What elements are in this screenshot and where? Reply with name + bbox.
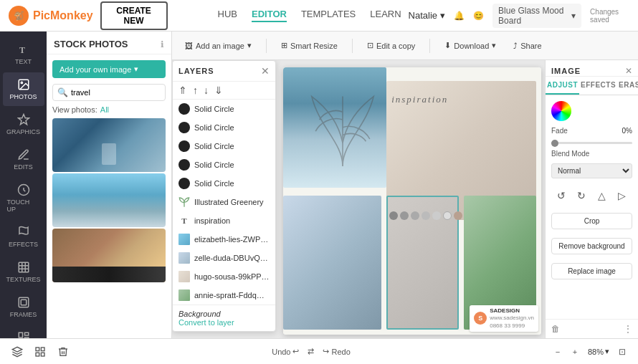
more-options-icon[interactable]: ⋮ bbox=[624, 324, 632, 334]
layer-name-4: Solid Circle bbox=[194, 161, 234, 169]
grid-toggle-icon[interactable] bbox=[32, 343, 49, 360]
layer-item-leaf[interactable]: Illustrated Greenery bbox=[173, 193, 275, 211]
layer-item-circle-3[interactable]: Solid Circle bbox=[173, 137, 275, 155]
avatar-icon[interactable]: 😊 bbox=[473, 11, 484, 21]
undo-adjust-icon[interactable]: ↺ bbox=[553, 187, 570, 204]
nav-templates[interactable]: TEMPLATES bbox=[301, 9, 356, 22]
view-all-link[interactable]: All bbox=[100, 105, 109, 114]
layer-item-elizabeth[interactable]: elizabeth-lies-ZWPerNl... bbox=[173, 230, 275, 249]
layer-to-bottom-icon[interactable]: ⇓ bbox=[214, 85, 223, 96]
blend-mode-select[interactable]: Normal Multiply Screen Overlay bbox=[551, 163, 632, 178]
layer-down-icon[interactable]: ↓ bbox=[204, 85, 209, 96]
edit-copy-btn[interactable]: ⊡ Edit a copy bbox=[361, 38, 421, 53]
zoom-in-icon[interactable]: + bbox=[568, 345, 582, 359]
toolbar: 🖼 Add an image ▾ ⊞ Smart Resize ⊡ Edit a… bbox=[172, 32, 638, 60]
photo-item-3[interactable] bbox=[52, 229, 166, 282]
zoom-level[interactable]: 88% ▾ bbox=[588, 347, 609, 356]
redo-adjust-icon[interactable]: ↻ bbox=[573, 187, 590, 204]
sidebar: T TEXT PHOTOS GRAPHICS EDITS TOUCH UP EF… bbox=[0, 32, 47, 338]
add-image-button[interactable]: Add your own image ▾ bbox=[52, 60, 166, 78]
zoom-out-icon[interactable]: − bbox=[551, 345, 565, 359]
undo-button[interactable]: Undo ↩ bbox=[267, 345, 303, 358]
swatch-5[interactable] bbox=[432, 211, 441, 220]
fade-slider-container[interactable] bbox=[551, 140, 632, 144]
info-icon[interactable]: ℹ bbox=[161, 39, 164, 49]
sidebar-item-text[interactable]: T TEXT bbox=[3, 37, 44, 71]
notification-icon[interactable]: 🔔 bbox=[454, 11, 465, 21]
layer-to-top-icon[interactable]: ⇑ bbox=[178, 85, 187, 96]
layer-item-circle-4[interactable]: Solid Circle bbox=[173, 155, 275, 174]
user-name[interactable]: Natalie ▾ bbox=[409, 10, 445, 21]
layers-close-icon[interactable]: ✕ bbox=[261, 65, 270, 77]
sidebar-item-edits[interactable]: EDITS bbox=[3, 143, 44, 176]
nav-hub[interactable]: HUB bbox=[218, 9, 237, 22]
sidebar-item-templates[interactable]: TEMPLATES bbox=[3, 325, 44, 338]
color-wheel[interactable] bbox=[551, 101, 571, 121]
download-btn[interactable]: ⬇ Download ▾ bbox=[439, 38, 502, 53]
stock-title: STOCK PHOTOS bbox=[54, 39, 156, 49]
logo-text: PicMonkey bbox=[33, 9, 93, 22]
photo-item-2[interactable] bbox=[52, 173, 166, 227]
swatch-3[interactable] bbox=[411, 211, 419, 220]
edit-copy-icon: ⊡ bbox=[367, 41, 373, 50]
fade-slider[interactable] bbox=[551, 142, 632, 144]
sidebar-item-textures[interactable]: TEXTURES bbox=[3, 255, 44, 289]
trash-icon[interactable] bbox=[54, 343, 72, 360]
nav-learn[interactable]: LEARN bbox=[370, 9, 401, 22]
layer-item-zelle[interactable]: zelle-duda-DBUvQCYN... bbox=[173, 249, 275, 267]
photo-item-1[interactable] bbox=[52, 118, 166, 172]
sidebar-item-photos[interactable]: PHOTOS bbox=[3, 72, 44, 106]
sidebar-item-frames[interactable]: FRAMES bbox=[3, 290, 44, 324]
layer-convert-link[interactable]: Convert to layer bbox=[178, 318, 270, 327]
layer-item-inspiration[interactable]: T inspiration bbox=[173, 211, 275, 230]
tab-erase[interactable]: ERASE bbox=[617, 77, 638, 95]
sidebar-item-photos-label: PHOTOS bbox=[10, 93, 37, 100]
layer-item-circle-2[interactable]: Solid Circle bbox=[173, 118, 275, 137]
crop-button[interactable]: Crop bbox=[551, 213, 632, 229]
layers-title: LAYERS bbox=[178, 67, 261, 75]
swatch-1[interactable] bbox=[389, 211, 398, 220]
board-name[interactable]: Blue Glass Mood Board ▾ bbox=[492, 4, 581, 28]
swatch-4[interactable] bbox=[422, 211, 430, 220]
layer-name-leaf: Illustrated Greenery bbox=[194, 198, 264, 206]
replace-image-button[interactable]: Replace image bbox=[551, 263, 632, 279]
create-new-button[interactable]: CREATE NEW bbox=[100, 1, 168, 30]
sidebar-item-effects[interactable]: EFFECTS bbox=[3, 220, 44, 254]
layer-item-circle-5[interactable]: Solid Circle bbox=[173, 174, 275, 193]
tab-adjust[interactable]: ADJUST bbox=[546, 77, 579, 95]
sidebar-item-textures-label: TEXTURES bbox=[6, 276, 41, 283]
redo-button[interactable]: ↪ Redo bbox=[318, 345, 354, 358]
tab-effects[interactable]: EFFECTS bbox=[579, 77, 617, 95]
rotate-icon[interactable]: ▷ bbox=[614, 187, 631, 204]
layer-up-icon[interactable]: ↑ bbox=[193, 85, 198, 96]
svg-point-2 bbox=[21, 82, 22, 83]
sidebar-item-touchup[interactable]: TOUCH UP bbox=[3, 178, 44, 219]
watermark-text: SADESIGN www.sadesign.vn 0868 33 9999 bbox=[490, 307, 534, 330]
layers-panel: LAYERS ✕ ⇑ ↑ ↓ ⇓ Solid Circle bbox=[172, 60, 276, 332]
flip-icon[interactable]: △ bbox=[594, 187, 611, 204]
swatch-2[interactable] bbox=[400, 211, 409, 220]
add-image-toolbar-btn[interactable]: 🖼 Add an image ▾ bbox=[179, 38, 257, 53]
panel-footer: 🗑 ⋮ bbox=[546, 319, 638, 338]
view-photos-row: View photos: All bbox=[47, 105, 171, 118]
layer-item-circle-1[interactable]: Solid Circle bbox=[173, 100, 275, 118]
panel-close-icon[interactable]: ✕ bbox=[625, 66, 632, 76]
search-input[interactable] bbox=[71, 88, 170, 97]
delete-icon[interactable]: 🗑 bbox=[551, 324, 560, 334]
nav-editor[interactable]: EDITOR bbox=[252, 9, 287, 22]
share-btn[interactable]: ⤴ Share bbox=[508, 39, 547, 53]
sidebar-item-edits-label: EDITS bbox=[14, 163, 33, 171]
fit-screen-icon[interactable]: ⊡ bbox=[615, 345, 629, 359]
swatch-7[interactable] bbox=[454, 211, 462, 220]
bottom-bar: Undo ↩ ⇄ ↪ Redo − + 88% ▾ ⊡ bbox=[0, 338, 638, 364]
swatch-6[interactable] bbox=[443, 211, 452, 220]
image-panel-header: IMAGE ✕ bbox=[546, 60, 638, 77]
layers-toggle-icon[interactable] bbox=[9, 343, 26, 360]
layer-item-annie[interactable]: annie-spratt-FddqGrvw... bbox=[173, 286, 275, 305]
layer-item-hugo[interactable]: hugo-sousa-99kPPJPed... bbox=[173, 267, 275, 286]
smart-resize-btn[interactable]: ⊞ Smart Resize bbox=[275, 38, 343, 53]
layer-name-3: Solid Circle bbox=[194, 142, 234, 150]
sidebar-item-graphics[interactable]: GRAPHICS bbox=[3, 107, 44, 141]
remove-background-button[interactable]: Remove background bbox=[551, 238, 632, 254]
canvas-content[interactable]: inspiration bbox=[283, 67, 541, 335]
